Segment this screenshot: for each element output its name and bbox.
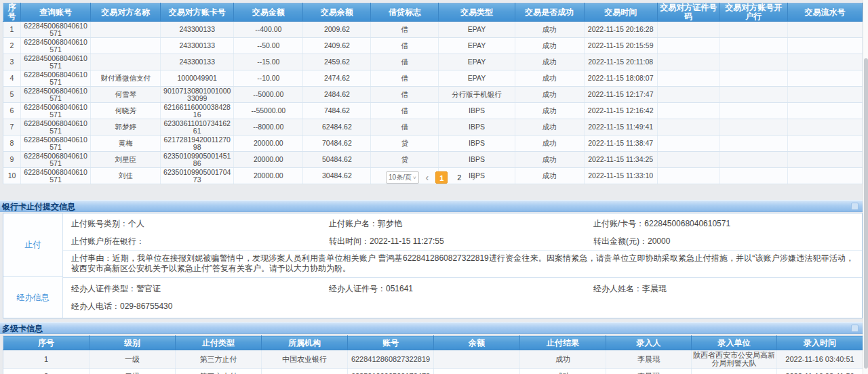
cell: 成功 <box>515 103 584 119</box>
table-row: 36228450068040610571243300133--15.002459… <box>3 54 863 70</box>
cell: 1000049901 <box>161 70 234 87</box>
stop-payment-info-box: 止付 经办信息 止付账号类别：个人止付账户名：郭梦艳止付账/卡号：6228450… <box>3 213 863 318</box>
cell: IBPS <box>439 136 515 152</box>
collapse-icon[interactable] <box>851 203 859 210</box>
cell <box>657 54 719 70</box>
cell: 2022-11-15 18:08:07 <box>584 70 657 87</box>
table-row: 16228450068040610571243300133--400.00200… <box>3 22 863 38</box>
cell: --10.00 <box>234 70 303 87</box>
column-header: 级别 <box>90 336 176 350</box>
collapse-icon[interactable] <box>851 325 859 332</box>
cell: 20000.00 <box>234 136 303 152</box>
cell: 李晨琨 <box>606 369 692 374</box>
field: 经办人证件类型：警官证 <box>71 283 329 295</box>
cell: 财付通微信支付 <box>91 70 161 87</box>
card-table-header-row: 序号级别止付类型所属机构账号余额止付结果录入人录入单位录入时间 <box>3 336 863 350</box>
cell <box>657 119 719 136</box>
cell: 2022-11-16 03:40:51 <box>777 350 863 369</box>
page-number-button[interactable]: 1 <box>435 171 448 184</box>
cell: --8000.00 <box>234 119 303 136</box>
column-header: 交易是否成功 <box>515 3 584 22</box>
cell: 6217281942001127098 <box>161 136 234 152</box>
column-header: 交易对方账号开户行 <box>719 3 787 22</box>
cell: 成功 <box>515 152 584 168</box>
field: 止付账/卡号：6228450068040610571 <box>593 218 862 230</box>
cell: 借 <box>371 54 439 70</box>
stop-payment-section-bar: 银行卡止付提交信息 <box>0 200 863 212</box>
info-label-column: 止付 经办信息 <box>3 213 63 318</box>
stop-reason-text: 止付事由：近期，我单位在接报刘妮被骗警情中，发现涉案人员利用贵单位相关账户 曹鸿… <box>63 250 862 277</box>
table-row: 46228450068040610571财付通微信支付1000049901--1… <box>3 70 863 87</box>
table-row: 56228450068040610571何雪琴90107130801001000… <box>3 87 863 103</box>
column-header: 录入人 <box>606 336 692 350</box>
cell <box>787 22 862 38</box>
cell <box>787 152 862 168</box>
cell: 刘星臣 <box>91 152 161 168</box>
cell: 1 <box>3 350 90 369</box>
cell <box>657 70 719 87</box>
cell: 2022-11-15 20:15:59 <box>584 38 657 54</box>
page-size-select[interactable]: 10条/页 ˅ <box>386 171 419 184</box>
cell: 陕西省西安市公安局高新分局刑警大队 <box>692 350 777 369</box>
cell: 2 <box>3 369 90 374</box>
cell: 分行版手机银行 <box>439 87 515 103</box>
cell <box>434 350 520 369</box>
cell: 成功 <box>520 350 606 369</box>
column-header: 录入单位 <box>692 336 777 350</box>
pagination: 10条/页 ˅ ‹ 12 › <box>0 169 863 186</box>
cell: 借 <box>371 22 439 38</box>
vertical-scrollbar[interactable] <box>863 0 868 374</box>
cell <box>657 87 719 103</box>
cell: EPAY <box>439 38 515 54</box>
page-size-label: 10条/页 <box>389 173 412 182</box>
cell: 243300133 <box>161 22 234 38</box>
cell: IBPS <box>439 103 515 119</box>
table-row: 86228450068040610571黄梅621728194200112709… <box>3 136 863 152</box>
table-row: 76228450068040610571郭梦婷62303611010734162… <box>3 119 863 136</box>
cell: 何雪琴 <box>91 87 161 103</box>
cell: 中国农业银行 <box>262 350 348 369</box>
column-header: 序号 <box>3 3 21 22</box>
cell: 6228450068040610571 <box>21 152 91 168</box>
cell: 成功 <box>515 87 584 103</box>
cell <box>719 103 787 119</box>
page-number-button[interactable]: 2 <box>453 171 465 184</box>
cell <box>434 369 520 374</box>
cell: 62484.62 <box>303 119 371 136</box>
scrollbar-thumb[interactable] <box>864 58 868 369</box>
cell <box>719 70 787 87</box>
cell: 6216611600003842816 <box>161 103 234 119</box>
column-header: 止付结果 <box>520 336 606 350</box>
cell: 50484.62 <box>303 152 371 168</box>
table-row: 66228450068040610571何晓芳62166116000038428… <box>3 103 863 119</box>
cell: 成功 <box>515 70 584 87</box>
cell: --15.00 <box>234 54 303 70</box>
info-content-column: 止付账号类别：个人止付账户名：郭梦艳止付账/卡号：622845006804061… <box>63 213 862 318</box>
card-table: 序号级别止付类型所属机构账号余额止付结果录入人录入单位录入时间 1一级第三方止付… <box>3 335 863 374</box>
prev-page-icon[interactable]: ‹ <box>425 173 431 182</box>
cell <box>787 119 862 136</box>
cell <box>719 152 787 168</box>
cell: 第三方止付 <box>176 350 262 369</box>
cell: --400.00 <box>234 22 303 38</box>
cell: 2474.62 <box>303 70 371 87</box>
cell: EPAY <box>439 54 515 70</box>
cell: 2022-11-15 11:49:41 <box>584 119 657 136</box>
column-header: 余额 <box>434 336 520 350</box>
table-row: 26228450068040610571243300133--50.002409… <box>3 38 863 54</box>
cell: 何晓芳 <box>91 103 161 119</box>
cell: 成功 <box>520 369 606 374</box>
cell: 2009.62 <box>303 22 371 38</box>
cell: 6228450068040610571 <box>21 103 91 119</box>
field-line: 经办人电话：029-86755430 <box>63 297 862 315</box>
next-page-icon[interactable]: › <box>471 173 477 182</box>
cell: 6228450068040610571 <box>21 136 91 152</box>
cell: 2022-11-15 12:17:47 <box>584 87 657 103</box>
column-header: 交易对方证件号码 <box>657 3 719 22</box>
cell: 9010713080100100033099 <box>161 87 234 103</box>
cell: 6228450068040610571 <box>21 22 91 38</box>
cell <box>692 369 777 374</box>
cell: 6235010990500145186 <box>161 152 234 168</box>
cell: 2 <box>3 38 21 54</box>
cell <box>787 136 862 152</box>
